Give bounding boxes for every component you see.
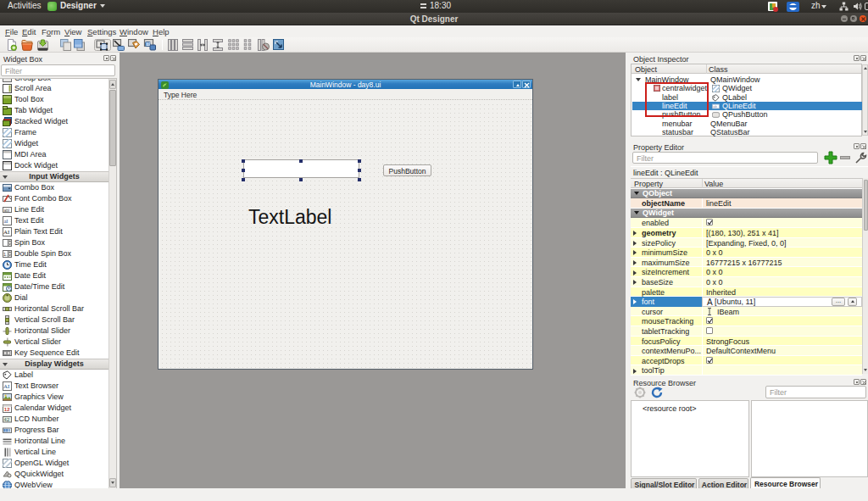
svg-text:AI: AI [3,383,10,390]
svg-text:al: al [4,218,8,225]
svg-text:AI: AI [3,229,10,236]
svg-text:12: 12 [4,407,10,412]
svg-text:ab: ab [713,104,717,109]
svg-text:42: 42 [3,417,10,423]
svg-text:1.: 1. [3,251,8,256]
svg-text:abl: abl [4,207,10,212]
